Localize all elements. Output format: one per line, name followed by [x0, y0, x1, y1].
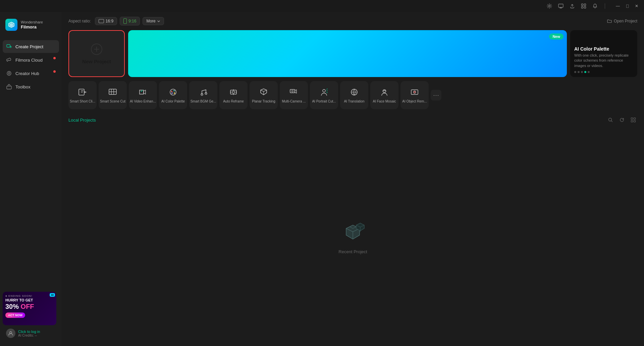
tool-ai-translation[interactable]: AI Translation: [340, 81, 368, 109]
sidebar-item-filmora-cloud[interactable]: Filmora Cloud: [3, 54, 59, 66]
sidebar-item-toolbox[interactable]: Toolbox: [3, 80, 59, 93]
more-aspect-button[interactable]: More: [143, 17, 164, 25]
minimize-button[interactable]: —: [614, 3, 621, 9]
user-area[interactable]: Click to log in AI Credits: --: [3, 325, 59, 338]
svg-rect-2: [582, 4, 583, 6]
tool-label-multicam: Multi-Camera ...: [282, 99, 306, 103]
monitor-icon[interactable]: [558, 3, 564, 9]
tool-ai-portrait-cut[interactable]: AI Portrait Cut...: [310, 81, 338, 109]
monitor-ratio-icon: [99, 19, 104, 23]
aspect-ratio-bar: Aspect ratio: 16:9 9:16 More Open Projec…: [62, 12, 644, 30]
local-projects-actions: [606, 116, 637, 124]
tool-smart-short-clip[interactable]: Smart Short Cli...: [68, 81, 97, 109]
tools-row: Smart Short Cli... Smart Scene Cut: [62, 77, 644, 113]
window-controls: — ⎕ ✕: [614, 3, 640, 9]
svg-rect-36: [634, 118, 636, 120]
smart-scene-cut-icon: [107, 87, 118, 97]
sidebar-item-create-project[interactable]: Create Project: [3, 40, 59, 53]
avatar: [6, 329, 15, 338]
ai-color-palette-icon: [168, 87, 178, 97]
sidebar-nav: Create Project Filmora Cloud: [0, 38, 62, 96]
search-icon[interactable]: [606, 116, 614, 124]
aspect-9-16-label: 9:16: [128, 19, 136, 23]
promo-cta-button[interactable]: ACT NOW: [5, 313, 25, 318]
tool-multi-camera[interactable]: Multi-Camera ...: [280, 81, 308, 109]
tool-label-portrait: AI Portrait Cut...: [312, 99, 336, 103]
phone-ratio-icon: [123, 18, 127, 24]
sidebar-label-toolbox: Toolbox: [15, 84, 31, 89]
tool-auto-reframe[interactable]: Auto Reframe: [219, 81, 248, 109]
promo-content: ● Ending Soon! HURRY TO GET 30% OFF ACT …: [3, 292, 56, 321]
svg-point-16: [170, 89, 176, 95]
ai-object-remove-icon: [409, 87, 420, 97]
tool-label-smart-short: Smart Short Cli...: [70, 99, 95, 103]
dot-4[interactable]: [584, 71, 586, 73]
ai-video-enhance-icon: [138, 87, 148, 97]
grid-icon[interactable]: [581, 3, 587, 9]
svg-point-0: [549, 5, 550, 7]
svg-point-9: [7, 71, 11, 75]
right-panel: AI Color Palette With one click, precise…: [570, 30, 637, 77]
sidebar-label-creator: Creator Hub: [15, 71, 39, 76]
local-projects-title: Local Projects: [68, 118, 96, 123]
settings-icon[interactable]: [546, 3, 552, 9]
tool-planar-tracking[interactable]: Planar Tracking: [250, 81, 278, 109]
aspect-ratio-16-9-button[interactable]: 16:9: [95, 17, 117, 25]
open-project-button[interactable]: Open Project: [607, 19, 637, 23]
upload-icon[interactable]: [569, 3, 575, 9]
hero-banner[interactable]: New: [128, 30, 567, 77]
planar-tracking-icon: [258, 87, 269, 97]
multi-camera-icon: [288, 87, 299, 97]
title-bar-icons: — ⎕ ✕: [546, 3, 640, 9]
tool-ai-object-remove[interactable]: AI Object Rem...: [400, 81, 429, 109]
promo-banner[interactable]: ● Ending Soon! HURRY TO GET 30% OFF ACT …: [3, 292, 56, 325]
promo-ending-label: ● Ending Soon!: [5, 294, 54, 297]
maximize-button[interactable]: ⎕: [624, 3, 631, 9]
divider: [605, 3, 605, 9]
carousel-dots: [574, 71, 633, 73]
tool-smart-bgm[interactable]: Smart BGM Ge...: [189, 81, 217, 109]
hero-area: New Project New AI Color Palette With on…: [62, 30, 644, 77]
aspect-ratio-9-16-button[interactable]: 9:16: [120, 17, 140, 25]
sidebar-item-creator-hub[interactable]: Creator Hub: [3, 67, 59, 80]
aspect-ratio-label: Aspect ratio:: [68, 19, 91, 23]
bell-icon[interactable]: [592, 3, 598, 9]
dot-2[interactable]: [578, 71, 580, 73]
tool-ai-face-mosaic[interactable]: AI Face Mosaic: [370, 81, 398, 109]
tool-label-ai-video: AI Video Enhan...: [130, 99, 156, 103]
tool-smart-scene-cut[interactable]: Smart Scene Cut: [99, 81, 127, 109]
brand-name: Wondershare: [21, 20, 43, 24]
tool-ai-video-enhance[interactable]: AI Video Enhan...: [129, 81, 157, 109]
svg-point-12: [10, 332, 12, 334]
svg-rect-37: [631, 121, 633, 122]
ai-translation-icon: [349, 87, 360, 97]
dot-1[interactable]: [574, 71, 576, 73]
svg-rect-35: [631, 118, 633, 120]
local-projects-bar: Local Projects: [62, 113, 644, 127]
more-tools-button[interactable]: ⋯: [431, 90, 441, 100]
svg-rect-11: [7, 86, 11, 89]
svg-point-19: [174, 92, 175, 94]
open-project-label: Open Project: [614, 19, 637, 23]
dot-3[interactable]: [581, 71, 583, 73]
refresh-icon[interactable]: [618, 116, 626, 124]
create-project-icon: [6, 44, 12, 50]
new-project-card[interactable]: New Project: [68, 30, 125, 77]
grid-view-icon[interactable]: [629, 116, 637, 124]
creator-hub-icon: [6, 70, 12, 76]
close-button[interactable]: ✕: [633, 3, 640, 9]
svg-point-18: [173, 90, 175, 91]
sidebar-label-create: Create Project: [15, 44, 43, 49]
folder-icon: [607, 19, 612, 23]
toolbox-icon: [6, 84, 12, 90]
logo-icon: [5, 19, 17, 31]
svg-rect-5: [584, 7, 586, 8]
tool-ai-color-palette[interactable]: AI Color Palette: [159, 81, 187, 109]
svg-rect-31: [384, 90, 385, 91]
empty-state: Recent Project: [62, 127, 644, 346]
aspect-16-9-label: 16:9: [106, 19, 113, 23]
smart-short-clip-icon: [77, 87, 88, 97]
svg-point-34: [609, 118, 612, 121]
sidebar-label-cloud: Filmora Cloud: [15, 58, 43, 63]
dot-5[interactable]: [588, 71, 590, 73]
